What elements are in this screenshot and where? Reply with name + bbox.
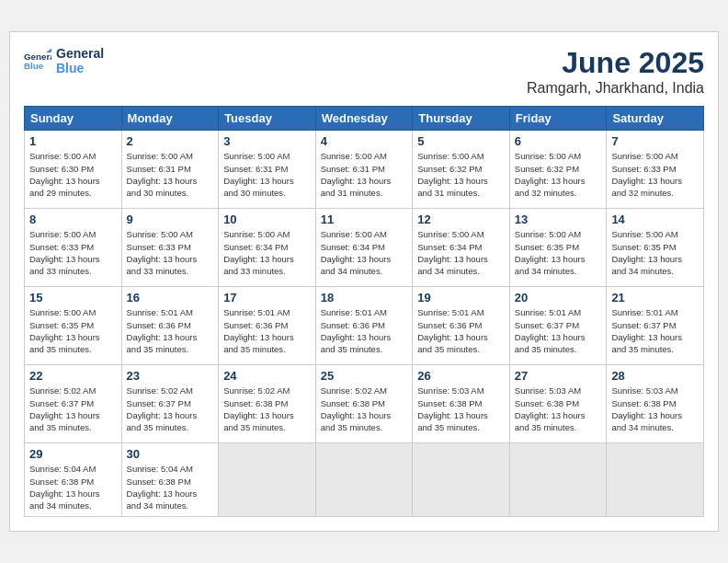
day-info: Sunrise: 5:02 AM Sunset: 6:38 PM Dayligh…	[223, 385, 311, 433]
day-info: Sunrise: 5:03 AM Sunset: 6:38 PM Dayligh…	[611, 385, 699, 433]
day-info: Sunrise: 5:00 AM Sunset: 6:35 PM Dayligh…	[29, 306, 117, 355]
location-label: Ramgarh, Jharkhand, India	[527, 80, 704, 97]
day-info: Sunrise: 5:02 AM Sunset: 6:37 PM Dayligh…	[29, 385, 117, 433]
table-row: 16 Sunrise: 5:01 AM Sunset: 6:36 PM Dayl…	[121, 287, 219, 365]
day-info: Sunrise: 5:01 AM Sunset: 6:36 PM Dayligh…	[321, 306, 408, 355]
col-saturday: Saturday	[607, 107, 704, 131]
day-number: 29	[29, 447, 117, 461]
day-number: 19	[417, 291, 505, 304]
day-info: Sunrise: 5:04 AM Sunset: 6:38 PM Dayligh…	[127, 463, 214, 511]
day-number: 14	[611, 213, 699, 226]
table-row	[413, 443, 510, 516]
table-row: 26 Sunrise: 5:03 AM Sunset: 6:38 PM Dayl…	[413, 365, 510, 443]
day-number: 15	[29, 291, 117, 304]
day-number: 2	[127, 134, 214, 148]
table-row: 15 Sunrise: 5:00 AM Sunset: 6:35 PM Dayl…	[25, 287, 122, 365]
table-row: 22 Sunrise: 5:02 AM Sunset: 6:37 PM Dayl…	[25, 365, 122, 443]
day-info: Sunrise: 5:00 AM Sunset: 6:34 PM Dayligh…	[223, 228, 311, 277]
day-number: 13	[515, 213, 602, 226]
table-row: 25 Sunrise: 5:02 AM Sunset: 6:38 PM Dayl…	[315, 365, 413, 443]
day-number: 3	[223, 134, 311, 148]
table-row: 17 Sunrise: 5:01 AM Sunset: 6:36 PM Dayl…	[219, 287, 316, 365]
day-info: Sunrise: 5:04 AM Sunset: 6:38 PM Dayligh…	[29, 463, 117, 511]
day-number: 12	[417, 213, 505, 226]
day-info: Sunrise: 5:00 AM Sunset: 6:35 PM Dayligh…	[515, 228, 602, 277]
day-number: 22	[29, 369, 117, 383]
table-row: 1 Sunrise: 5:00 AM Sunset: 6:30 PM Dayli…	[25, 131, 122, 209]
day-number: 7	[611, 134, 699, 148]
svg-text:General: General	[24, 52, 51, 62]
table-row: 30 Sunrise: 5:04 AM Sunset: 6:38 PM Dayl…	[121, 443, 219, 516]
table-row	[219, 443, 316, 516]
col-thursday: Thursday	[413, 107, 510, 131]
day-info: Sunrise: 5:01 AM Sunset: 6:37 PM Dayligh…	[515, 306, 602, 355]
table-row: 27 Sunrise: 5:03 AM Sunset: 6:38 PM Dayl…	[509, 365, 607, 443]
table-row: 18 Sunrise: 5:01 AM Sunset: 6:36 PM Dayl…	[315, 287, 413, 365]
table-row: 11 Sunrise: 5:00 AM Sunset: 6:34 PM Dayl…	[315, 209, 413, 287]
day-number: 28	[611, 369, 699, 383]
day-info: Sunrise: 5:00 AM Sunset: 6:31 PM Dayligh…	[127, 150, 214, 199]
table-row: 8 Sunrise: 5:00 AM Sunset: 6:33 PM Dayli…	[25, 209, 122, 287]
logo-blue: Blue	[56, 61, 104, 75]
table-row	[509, 443, 607, 516]
day-number: 10	[223, 213, 311, 226]
table-row: 20 Sunrise: 5:01 AM Sunset: 6:37 PM Dayl…	[509, 287, 607, 365]
day-info: Sunrise: 5:01 AM Sunset: 6:36 PM Dayligh…	[223, 306, 311, 355]
table-row: 28 Sunrise: 5:03 AM Sunset: 6:38 PM Dayl…	[607, 365, 704, 443]
table-row: 6 Sunrise: 5:00 AM Sunset: 6:32 PM Dayli…	[509, 131, 607, 209]
table-row: 21 Sunrise: 5:01 AM Sunset: 6:37 PM Dayl…	[607, 287, 704, 365]
table-row: 23 Sunrise: 5:02 AM Sunset: 6:37 PM Dayl…	[121, 365, 219, 443]
day-info: Sunrise: 5:00 AM Sunset: 6:33 PM Dayligh…	[29, 228, 117, 277]
svg-text:Blue: Blue	[24, 61, 44, 71]
day-number: 5	[417, 134, 505, 148]
table-row: 2 Sunrise: 5:00 AM Sunset: 6:31 PM Dayli…	[121, 131, 219, 209]
col-monday: Monday	[121, 107, 219, 131]
day-number: 25	[321, 369, 408, 383]
day-number: 4	[321, 134, 408, 148]
logo-icon: General Blue	[24, 47, 51, 75]
day-number: 23	[127, 369, 214, 383]
table-row: 7 Sunrise: 5:00 AM Sunset: 6:33 PM Dayli…	[607, 131, 704, 209]
table-row: 14 Sunrise: 5:00 AM Sunset: 6:35 PM Dayl…	[607, 209, 704, 287]
table-row: 24 Sunrise: 5:02 AM Sunset: 6:38 PM Dayl…	[219, 365, 316, 443]
col-wednesday: Wednesday	[315, 107, 413, 131]
day-info: Sunrise: 5:00 AM Sunset: 6:32 PM Dayligh…	[515, 150, 602, 199]
table-row: 10 Sunrise: 5:00 AM Sunset: 6:34 PM Dayl…	[219, 209, 316, 287]
logo-general: General	[56, 46, 104, 61]
day-number: 26	[417, 369, 505, 383]
day-number: 17	[223, 291, 311, 304]
calendar-container: General Blue General Blue June 2025 Ramg…	[9, 31, 719, 531]
day-number: 24	[223, 369, 311, 383]
day-info: Sunrise: 5:01 AM Sunset: 6:36 PM Dayligh…	[127, 306, 214, 355]
table-row	[315, 443, 413, 516]
table-row: 9 Sunrise: 5:00 AM Sunset: 6:33 PM Dayli…	[121, 209, 219, 287]
table-row: 5 Sunrise: 5:00 AM Sunset: 6:32 PM Dayli…	[413, 131, 510, 209]
day-info: Sunrise: 5:00 AM Sunset: 6:30 PM Dayligh…	[29, 150, 117, 199]
day-info: Sunrise: 5:02 AM Sunset: 6:37 PM Dayligh…	[127, 385, 214, 433]
day-number: 11	[321, 213, 408, 226]
col-tuesday: Tuesday	[219, 107, 316, 131]
day-number: 16	[127, 291, 214, 304]
table-row: 12 Sunrise: 5:00 AM Sunset: 6:34 PM Dayl…	[413, 209, 510, 287]
day-info: Sunrise: 5:00 AM Sunset: 6:33 PM Dayligh…	[127, 228, 214, 277]
table-row	[607, 443, 704, 516]
day-number: 27	[515, 369, 602, 383]
day-info: Sunrise: 5:03 AM Sunset: 6:38 PM Dayligh…	[417, 385, 505, 433]
day-number: 1	[29, 134, 117, 148]
day-info: Sunrise: 5:00 AM Sunset: 6:31 PM Dayligh…	[321, 150, 408, 199]
day-info: Sunrise: 5:00 AM Sunset: 6:31 PM Dayligh…	[223, 150, 311, 199]
day-info: Sunrise: 5:00 AM Sunset: 6:34 PM Dayligh…	[417, 228, 505, 277]
day-number: 18	[321, 291, 408, 304]
day-info: Sunrise: 5:01 AM Sunset: 6:36 PM Dayligh…	[417, 306, 505, 355]
day-number: 9	[127, 213, 214, 226]
day-info: Sunrise: 5:00 AM Sunset: 6:34 PM Dayligh…	[321, 228, 408, 277]
day-number: 20	[515, 291, 602, 304]
header-row: Sunday Monday Tuesday Wednesday Thursday…	[25, 107, 704, 131]
table-row: 29 Sunrise: 5:04 AM Sunset: 6:38 PM Dayl…	[25, 443, 122, 516]
table-row: 19 Sunrise: 5:01 AM Sunset: 6:36 PM Dayl…	[413, 287, 510, 365]
title-block: June 2025 Ramgarh, Jharkhand, India	[527, 46, 704, 97]
col-sunday: Sunday	[25, 107, 122, 131]
table-row: 13 Sunrise: 5:00 AM Sunset: 6:35 PM Dayl…	[509, 209, 607, 287]
svg-marker-2	[46, 49, 51, 53]
header-row: General Blue General Blue June 2025 Ramg…	[24, 46, 704, 97]
